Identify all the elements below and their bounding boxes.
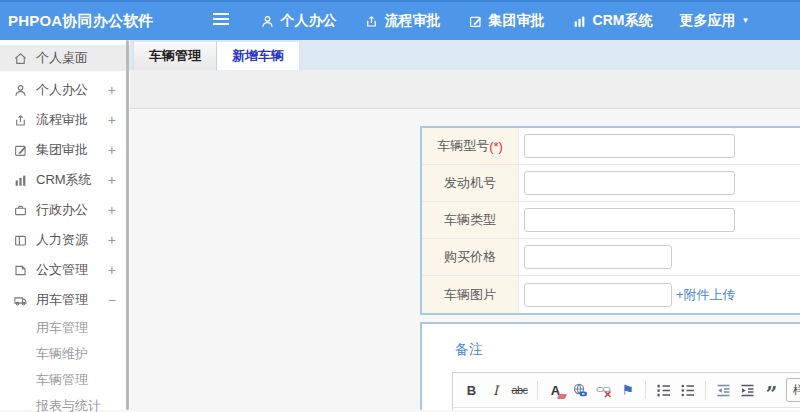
anchor-flag-button[interactable]: ⚑ [618,379,637,401]
eraser-icon [557,394,567,399]
expand-plus-icon[interactable]: + [108,142,116,158]
submenu-label: 车辆维护 [36,345,88,363]
numbered-list-icon [656,383,671,398]
sidebar-item-label: 人力资源 [36,231,108,249]
sidebar-item-personal-desktop[interactable]: 个人桌面 [0,45,130,71]
sidebar-item-workflow-approval[interactable]: 流程审批 + [0,105,130,135]
sidebar-item-document-management[interactable]: 公文管理 + [0,255,130,285]
sidebar-item-vehicle-management[interactable]: 用车管理 − [0,285,130,315]
vehicle-type-input[interactable] [524,208,735,232]
collapse-minus-icon[interactable]: − [108,292,116,308]
submenu-item-vehicle-management[interactable]: 车辆管理 [0,367,130,393]
toolbar-separator [645,381,646,399]
rich-text-editor: B I abc A ⚑ [452,372,800,410]
expand-plus-icon[interactable]: + [108,82,116,98]
sidebar-item-label: 公文管理 [36,261,108,279]
book-icon [12,232,28,248]
field-label: 车辆型号(*) [422,128,519,164]
vehicle-submenu: 用车管理 车辆维护 车辆管理 报表与统计 [0,315,130,412]
notes-panel: 备注 B I abc A ⚑ [420,322,800,410]
expand-plus-icon[interactable]: + [108,232,116,248]
person-icon [260,14,275,29]
purchase-price-input[interactable] [524,245,672,269]
bulleted-list-icon [680,383,695,398]
style-dropdown[interactable]: 样式 ▼ [786,378,800,402]
sidebar-item-crm-system[interactable]: CRM系统 + [0,165,130,195]
submenu-label: 车辆管理 [36,371,88,389]
nav-group-approval[interactable]: 集团审批 [468,12,545,30]
submenu-item-vehicle-maintenance[interactable]: 车辆维护 [0,341,130,367]
upload-icon [12,112,28,128]
unlink-button[interactable] [594,379,613,401]
toolbar-separator [537,381,538,399]
submenu-item-reports-statistics[interactable]: 报表与统计 [0,393,130,412]
sidebar-item-label: 用车管理 [36,291,108,309]
nav-label: CRM系统 [593,12,653,30]
tab-vehicle-management[interactable]: 车辆管理 [133,42,217,70]
form-row-vehicle-type: 车辆类型 [422,202,800,239]
home-icon [12,50,28,66]
upload-icon [364,14,379,29]
sidebar: 个人桌面 个人办公 + 流程审批 + 集团审批 + [0,40,130,410]
required-marker: (*) [489,139,503,154]
outdent-button[interactable] [714,379,733,401]
editor-content-area[interactable] [453,408,800,410]
italic-button[interactable]: I [486,379,505,401]
nav-label: 集团审批 [489,12,545,30]
vehicle-model-input[interactable] [524,134,735,158]
sidebar-item-label: 流程审批 [36,111,108,129]
blockquote-button[interactable]: ” [762,379,781,401]
remove-format-button[interactable]: A [546,379,565,401]
sidebar-scrollbar[interactable] [126,40,129,410]
sidebar-item-label: 行政办公 [36,201,108,219]
bold-button[interactable]: B [462,379,481,401]
sidebar-item-label: CRM系统 [36,171,108,189]
nav-workflow-approval[interactable]: 流程审批 [364,12,441,30]
content-body: 车辆型号(*) 发动机号 车辆类型 [130,109,800,410]
edit-icon [468,14,483,29]
engine-number-input[interactable] [524,171,735,195]
sidebar-item-group-approval[interactable]: 集团审批 + [0,135,130,165]
expand-plus-icon[interactable]: + [108,172,116,188]
notes-title: 备注 [455,341,800,359]
bar-chart-icon [12,172,28,188]
nav-more-apps[interactable]: 更多应用 ▼ [679,12,749,30]
top-navigation: 个人办公 流程审批 集团审批 CRM系统 更多应用 ▼ [260,12,750,30]
expand-plus-icon[interactable]: + [108,202,116,218]
nav-label: 更多应用 [679,12,735,30]
sidebar-item-human-resources[interactable]: 人力资源 + [0,225,130,255]
caret-down-icon: ▼ [741,17,749,25]
submenu-item-vehicle-use[interactable]: 用车管理 [0,315,130,341]
sidebar-item-personal-office[interactable]: 个人办公 + [0,75,130,105]
field-label: 购买价格 [422,239,519,275]
strikethrough-button[interactable]: abc [510,379,529,401]
bulleted-list-button[interactable] [678,379,697,401]
tab-label: 车辆管理 [149,47,201,65]
attachment-upload-link[interactable]: +附件上传 [676,286,736,304]
toolbar-separator [705,381,706,399]
hamburger-icon [212,12,230,30]
main-area: 车辆管理 新增车辆 车辆型号(*) 发动 [130,40,800,410]
truck-icon [12,292,28,308]
link-button[interactable] [570,379,589,401]
top-bar: PHPOA协同办公软件 个人办公 流程审批 集团审批 [0,0,800,40]
expand-plus-icon[interactable]: + [108,112,116,128]
sidebar-item-admin-office[interactable]: 行政办公 + [0,195,130,225]
briefcase-icon [12,202,28,218]
nav-crm-system[interactable]: CRM系统 [572,12,653,30]
field-label: 发动机号 [422,165,519,201]
expand-plus-icon[interactable]: + [108,262,116,278]
tab-label: 新增车辆 [232,47,284,65]
indent-button[interactable] [738,379,757,401]
vehicle-image-input[interactable] [524,283,672,307]
tab-add-vehicle[interactable]: 新增车辆 [217,42,300,70]
nav-label: 流程审批 [385,12,441,30]
tab-bar: 车辆管理 新增车辆 [130,40,800,70]
numbered-list-button[interactable] [654,379,673,401]
hamburger-menu-button[interactable] [212,12,230,30]
field-label: 车辆图片 [422,276,519,313]
nav-personal-office[interactable]: 个人办公 [260,12,337,30]
field-label: 车辆类型 [422,202,519,238]
submenu-label: 报表与统计 [36,397,101,412]
form-row-vehicle-image: 车辆图片 +附件上传 [422,276,800,313]
